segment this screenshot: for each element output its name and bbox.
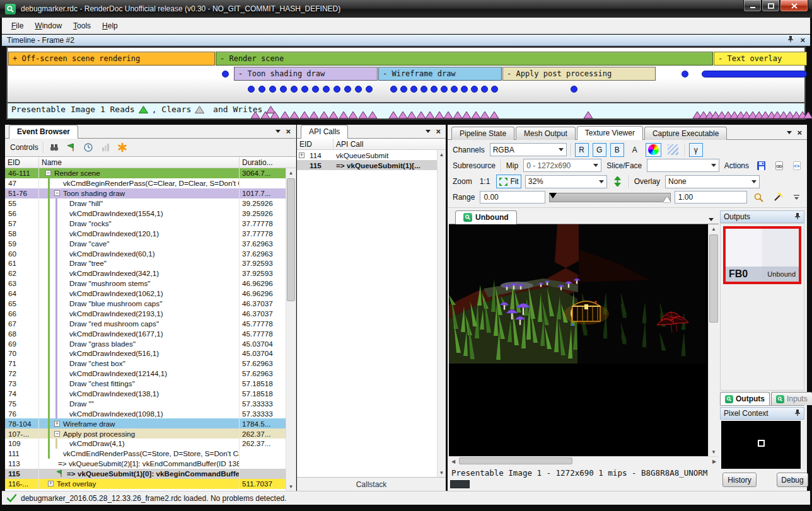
pin-icon[interactable] [787, 35, 794, 45]
texture-vscrollbar[interactable]: ▲ ▼ [708, 224, 719, 456]
zoom-fit-button[interactable]: Fit [496, 175, 521, 188]
event-row[interactable]: 107-...−Apply post processing262.37... [5, 428, 286, 439]
draw-event-dot[interactable] [420, 86, 427, 93]
scroll-left-icon[interactable]: ◀ [449, 457, 458, 466]
event-row[interactable]: 75Draw ""57.33333 [5, 398, 286, 408]
write-marker-triangle-icon[interactable] [309, 111, 319, 119]
minimize-button[interactable] [743, 0, 762, 12]
tree-expander-icon[interactable]: − [54, 431, 60, 437]
time-durations-clock-icon[interactable] [82, 141, 95, 154]
blue-channel-button[interactable]: B [610, 143, 624, 157]
range-max-input[interactable]: 1.00 [675, 191, 747, 204]
event-row[interactable]: 62vkCmdDrawIndexed(342,1)37.92593 [5, 268, 286, 278]
tab-mesh-output[interactable]: Mesh Output [516, 127, 576, 140]
tree-expander-icon[interactable]: + [54, 421, 60, 427]
event-row[interactable]: 57Draw "rocks"37.77778 [5, 218, 286, 228]
draw-event-dot[interactable] [280, 86, 287, 93]
event-row[interactable]: 78-104+Wireframe draw1784.5... [5, 418, 286, 428]
close-icon[interactable]: × [800, 36, 805, 44]
event-row[interactable]: 66vkCmdDrawIndexed(2193,1)46.37037 [5, 308, 286, 318]
menu-window[interactable]: Window [29, 19, 67, 33]
draw-event-dot[interactable] [441, 86, 448, 93]
slice-face-dropdown[interactable] [647, 159, 719, 172]
timeline-bar[interactable]: + Off-screen scene rendering [8, 52, 215, 66]
fb0-thumbnail[interactable]: FB0 Unbound [723, 226, 801, 284]
event-row[interactable]: 73Draw "chest fittings"57.18518 [5, 379, 286, 389]
range-black-handle[interactable] [549, 193, 557, 198]
event-row[interactable]: 59Draw "cave"37.62963 [5, 238, 286, 248]
close-icon[interactable]: × [286, 127, 291, 135]
tab-texture-viewer[interactable]: Texture Viewer [577, 126, 643, 140]
tree-expander-icon[interactable]: + [48, 481, 54, 486]
tab-api-calls[interactable]: API Calls [301, 125, 348, 139]
event-row[interactable]: 67Draw "red mushroom caps"45.77778 [5, 318, 286, 328]
event-row[interactable]: 115=> vkQueueSubmit(1)[0]: vkBeginComman… [5, 469, 286, 479]
panel-menu-icon[interactable] [276, 130, 281, 133]
timeline-bar[interactable]: - Apply post processing [502, 67, 656, 81]
write-marker-triangle-icon[interactable] [328, 111, 339, 119]
tab-capture-executable[interactable]: Capture Executable [644, 127, 727, 140]
timeline-bar[interactable]: - Render scene [216, 52, 713, 66]
draw-event-dot[interactable] [481, 86, 488, 93]
event-row[interactable]: 70vkCmdDrawIndexed(516,1)45.03704 [5, 348, 286, 359]
write-marker-triangle-icon[interactable] [280, 111, 290, 119]
event-row[interactable]: 113=> vkQueueSubmit(2)[1]: vkEndCommandB… [5, 459, 286, 469]
bookmark-star-icon[interactable] [116, 141, 129, 154]
draw-event-dot[interactable] [471, 86, 478, 93]
column-api-call[interactable]: API Call [334, 139, 446, 149]
event-row[interactable]: 58vkCmdDrawIndexed(120,1)37.77778 [5, 228, 286, 238]
stats-icon[interactable] [99, 141, 112, 154]
alpha-channel-button[interactable]: A [628, 143, 642, 157]
event-row[interactable]: 111vkCmdEndRenderPass(C=Store, D=Store, … [5, 449, 286, 459]
event-row[interactable]: 55Draw "hill"39.25926 [5, 198, 286, 209]
write-marker-triangle-icon[interactable] [319, 111, 329, 119]
event-row[interactable]: 72vkCmdDrawIndexed(12144,1)57.62963 [5, 369, 286, 379]
event-row[interactable]: 47vkCmdBeginRenderPass(C=Clear, D=Clear,… [5, 178, 286, 188]
draw-event-dot[interactable] [291, 86, 298, 93]
write-marker-triangle-icon[interactable] [260, 111, 270, 119]
timeline-track[interactable]: + Off-screen scene rendering- Render sce… [6, 47, 806, 102]
draw-event-dot[interactable] [682, 71, 688, 78]
collapse-range-button[interactable] [789, 190, 803, 204]
column-eid[interactable]: EID [5, 157, 39, 168]
overlay-dropdown[interactable]: None [665, 175, 760, 188]
draw-event-dot[interactable] [491, 86, 498, 93]
event-row[interactable]: 61Draw "tree"37.92593 [5, 258, 286, 268]
scroll-right-icon[interactable]: ▶ [710, 457, 719, 466]
history-button[interactable]: History [722, 473, 757, 487]
range-white-handle[interactable] [663, 197, 671, 202]
find-event-icon[interactable] [48, 141, 61, 154]
callstack-section[interactable]: Callstack [297, 477, 446, 491]
draw-event-dot[interactable] [301, 86, 308, 93]
pixel-context-view[interactable] [721, 421, 801, 469]
scroll-up-icon[interactable]: ▲ [709, 224, 719, 233]
api-call-row[interactable]: +114vkQueueSubmit [297, 150, 446, 160]
draw-event-dot[interactable] [431, 86, 438, 93]
draw-event-dot[interactable] [390, 86, 397, 93]
draw-event-dot[interactable] [323, 86, 330, 93]
write-marker-triangle-icon[interactable] [358, 111, 368, 119]
panel-menu-icon[interactable] [787, 131, 792, 134]
event-row[interactable]: 65Draw "blue mushroom caps"46.37037 [5, 299, 286, 309]
write-marker-triangle-icon[interactable] [583, 111, 593, 119]
event-row[interactable]: 76vkCmdDrawIndexed(1098,1)57.33333 [5, 408, 286, 418]
event-row[interactable]: 46-111−Render scene3064.7... [5, 168, 286, 178]
tab-unbound-texture[interactable]: Unbound [455, 210, 517, 224]
write-marker-triangle-icon[interactable] [270, 111, 280, 119]
draw-events-pill[interactable] [702, 71, 807, 78]
checkerboard-background-button[interactable] [665, 143, 681, 157]
draw-event-dot[interactable] [344, 86, 351, 93]
event-row[interactable]: 71Draw "chest box"57.62963 [5, 359, 286, 369]
event-browser-scrollbar[interactable]: ▲ ▼ [286, 168, 296, 491]
event-row[interactable]: 56vkCmdDrawIndexed(1554,1)39.25926 [5, 209, 286, 219]
draw-event-dot[interactable] [248, 86, 255, 93]
zoom-range-button[interactable] [751, 190, 767, 204]
column-eid[interactable]: EID [297, 139, 334, 149]
event-row[interactable]: 74vkCmdDrawIndexed(138,1)57.18518 [5, 389, 286, 399]
draw-event-dot[interactable] [334, 86, 340, 93]
tab-inputs[interactable]: Inputs [771, 392, 812, 405]
column-name[interactable]: Name [39, 157, 240, 168]
event-row[interactable]: 51-76−Toon shading draw1017.7... [5, 188, 286, 198]
event-row[interactable]: 109vkCmdDraw(4,1)262.37... [5, 439, 286, 449]
draw-event-dot[interactable] [355, 86, 362, 93]
